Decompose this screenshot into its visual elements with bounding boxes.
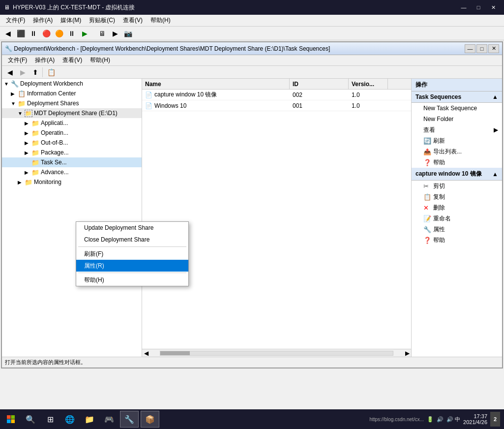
tree-packages[interactable]: ▶ 📁 Package... <box>2 148 142 157</box>
vm-menu-media[interactable]: 媒体(M) <box>57 15 85 26</box>
vm-minimize-btn[interactable]: — <box>457 2 471 12</box>
row2-name: 📄 Windows 10 <box>142 100 290 111</box>
app-tb-back[interactable]: ◀ <box>4 67 16 78</box>
tree-mon-arrow: ▶ <box>18 180 25 185</box>
rename-icon: 📝 <box>423 215 431 222</box>
scrollbar-track <box>160 351 393 356</box>
new-task-sequence-item[interactable]: New Task Sequence <box>412 103 502 114</box>
notification-badge[interactable]: 2 <box>490 412 500 427</box>
tree-applications[interactable]: ▶ 📁 Applicati... <box>2 118 142 128</box>
properties2-item[interactable]: 🔧 属性 <box>412 224 502 235</box>
ctx-close-deployment[interactable]: Close Deployment Share <box>76 234 188 245</box>
list-row[interactable]: 📄 Windows 10 001 1.0 <box>142 100 411 111</box>
vm-tb-pause[interactable]: ⏸ <box>28 28 39 39</box>
search-button[interactable]: 🔍 <box>22 410 39 428</box>
export-list-item[interactable]: 📤 导出列表... <box>412 146 502 157</box>
tree-app-label: Applicati... <box>41 120 68 126</box>
refresh-item[interactable]: 🔄 刷新 <box>412 135 502 146</box>
tree-operating[interactable]: ▶ 📁 Operatin... <box>2 128 142 138</box>
ctx-properties[interactable]: 属性(R) <box>76 260 188 272</box>
vm-restore-btn[interactable]: □ <box>472 2 485 12</box>
vm-menu-view[interactable]: 查看(V) <box>119 15 147 26</box>
vm-tb-fwd[interactable]: ▶ <box>109 28 121 39</box>
capture-section-label: capture window 10 镜像 <box>415 170 482 178</box>
task-sequences-section-header[interactable]: Task Sequences ▲ <box>412 92 502 103</box>
app-menu-action[interactable]: 操作(A) <box>31 55 59 65</box>
tree-task-sequences[interactable]: 📁 Task Se... <box>2 157 142 167</box>
ctx-sep2 <box>78 273 186 273</box>
vm-titlebar-controls: — □ ✕ <box>457 2 500 12</box>
tree-monitoring[interactable]: ▶ 📁 Monitoring <box>2 177 142 187</box>
app-close-btn[interactable]: ✕ <box>488 44 499 53</box>
folder-button[interactable]: 📁 <box>81 410 98 428</box>
vm-tb-pause2[interactable]: ⏸ <box>66 28 78 39</box>
rename-item[interactable]: 📝 重命名 <box>412 213 502 224</box>
new-folder-item[interactable]: New Folder <box>412 114 502 124</box>
tree-info-label: Information Center <box>27 90 76 97</box>
view-item[interactable]: 查看 ▶ <box>412 124 502 135</box>
vm-menu-action[interactable]: 操作(A) <box>29 15 57 26</box>
scrollbar-thumb[interactable] <box>160 351 190 355</box>
app-title-text: DeploymentWorkbench - [Deployment Workbe… <box>14 45 330 52</box>
capture-section-header[interactable]: capture window 10 镜像 ▲ <box>412 168 502 181</box>
tree-adv-icon: 📁 <box>31 169 39 176</box>
col-name-header: Name <box>142 79 290 89</box>
vm-menu-clipboard[interactable]: 剪贴板(C) <box>85 15 119 26</box>
tree-pkg-label: Package... <box>41 149 69 156</box>
vm-tb-screenshot[interactable]: 📷 <box>122 28 134 39</box>
vm-close-btn[interactable]: ✕ <box>486 2 500 12</box>
copy-label: 复制 <box>433 193 445 201</box>
tree-pane: ▼ 🔧 Deployment Workbench ▶ 📋 Information… <box>2 79 142 357</box>
taskbar-time-area[interactable]: 17:37 2021/4/26 <box>463 413 487 425</box>
vm-titlebar-title-area: 🖥 HYPER-V03 上的 CX-TEST-MDT - 虚拟机连接 <box>4 3 135 12</box>
cut-item[interactable]: ✂ 剪切 <box>412 181 502 191</box>
vm-tb-ctrl-alt-del[interactable]: 🖥 <box>96 28 108 39</box>
app-menu-view[interactable]: 查看(V) <box>59 55 86 65</box>
row1-id: 002 <box>290 90 349 100</box>
vm-tb-shutdown[interactable]: 🟠 <box>53 28 65 39</box>
ctx-update-deployment[interactable]: Update Deployment Share <box>76 222 188 234</box>
delete-item[interactable]: ✕ 删除 <box>412 202 502 213</box>
refresh-icon: 🔄 <box>423 137 431 145</box>
help2-item[interactable]: ❓ 帮助 <box>412 235 502 245</box>
vm-tb-back[interactable]: ◀ <box>2 28 14 39</box>
taskbar-date: 2021/4/26 <box>463 419 487 425</box>
vm-menu-help[interactable]: 帮助(H) <box>147 15 175 26</box>
scrollbar-left-btn[interactable]: ◀ <box>142 350 150 357</box>
tree-root[interactable]: ▼ 🔧 Deployment Workbench <box>2 79 142 89</box>
ctx-refresh[interactable]: 刷新(F) <box>76 248 188 260</box>
help-label: 帮助 <box>433 158 445 167</box>
help-item[interactable]: ❓ 帮助 <box>412 157 502 168</box>
status-bar: 打开当前所选内容的属性对话框。 <box>2 357 502 368</box>
tree-out-of-box[interactable]: ▶ 📁 Out-of-B... <box>2 138 142 148</box>
vm-tb-restart[interactable]: 🔴 <box>40 28 52 39</box>
list-row[interactable]: 📄 capture window 10 镜像 002 1.0 <box>142 90 411 100</box>
tree-advanced[interactable]: ▶ 📁 Advance... <box>2 167 142 177</box>
delete-label: 删除 <box>433 204 445 212</box>
vm-tb-play[interactable]: ▶ <box>79 28 90 39</box>
app-tb-up[interactable]: ⬆ <box>30 67 41 78</box>
vm-menu-file[interactable]: 文件(F) <box>2 15 29 26</box>
app-tb-show-hide[interactable]: 📋 <box>45 67 57 78</box>
export-label: 导出列表... <box>433 148 462 156</box>
app-tb-forward[interactable]: ▶ <box>17 67 29 78</box>
ctx-help[interactable]: 帮助(H) <box>76 274 188 286</box>
app-menu-file[interactable]: 文件(F) <box>4 55 31 65</box>
list-scrollbar[interactable]: ◀ ▶ <box>142 349 411 357</box>
help-icon: ❓ <box>423 159 431 166</box>
task-view-button[interactable]: ⊞ <box>41 410 59 428</box>
app-restore-btn[interactable]: □ <box>476 44 487 53</box>
app-minimize-btn[interactable]: — <box>465 44 475 53</box>
app-menu-help[interactable]: 帮助(H) <box>86 55 114 65</box>
scrollbar-right-btn[interactable]: ▶ <box>403 350 411 357</box>
vm-tb-stop[interactable]: ⬛ <box>15 28 27 39</box>
tree-info-center[interactable]: ▶ 📋 Information Center <box>2 89 142 98</box>
tree-mdt-share[interactable]: ▼ 📁 MDT Deployment Share (E:\D1) <box>2 108 142 118</box>
start-button[interactable] <box>2 410 20 428</box>
app5-button[interactable]: 🎮 <box>100 410 118 428</box>
active-app2[interactable]: 📦 <box>141 411 159 428</box>
tree-deployment-shares[interactable]: ▼ 📁 Deployment Shares <box>2 98 142 108</box>
copy-item[interactable]: 📋 复制 <box>412 191 502 202</box>
ie-button[interactable]: 🌐 <box>61 410 79 428</box>
active-app[interactable]: 🔧 <box>120 411 139 428</box>
